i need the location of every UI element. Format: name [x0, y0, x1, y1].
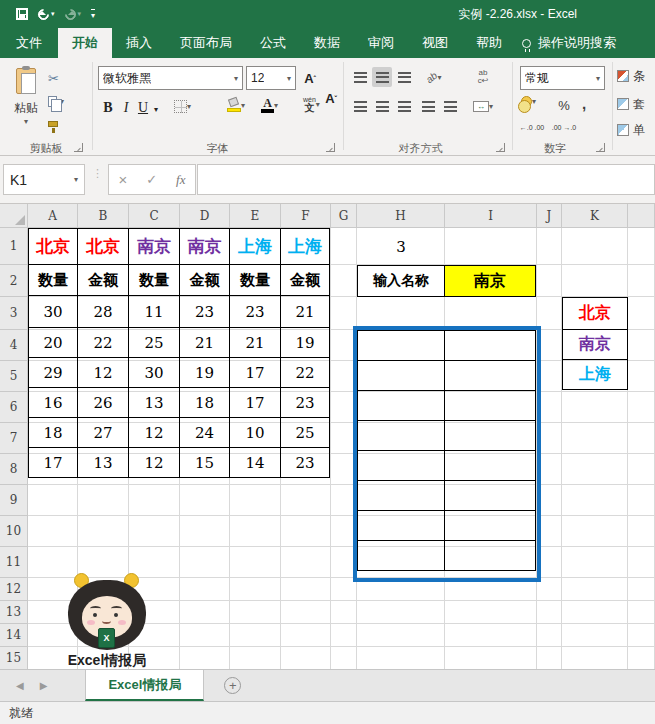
cell-data-r7c3[interactable]: 12 [129, 418, 180, 448]
cell-H1[interactable]: 3 [357, 228, 445, 265]
cell-data-r5c4[interactable]: 19 [180, 358, 230, 388]
cell-I6[interactable] [445, 391, 536, 421]
formula-input[interactable] [197, 164, 655, 195]
phonetic-guide-button[interactable]: wén文▾ [303, 96, 320, 113]
tell-me-search[interactable]: 操作说明搜索 [522, 28, 616, 58]
cell-data-r4c1[interactable]: 20 [29, 328, 78, 358]
cell-data-r5c2[interactable]: 12 [78, 358, 129, 388]
cell-data-r8c5[interactable]: 14 [230, 448, 281, 478]
row-header-4[interactable]: 4 [0, 330, 28, 361]
column-header-partial[interactable] [628, 204, 655, 228]
tab-help[interactable]: 帮助 [462, 28, 516, 58]
row-header-5[interactable]: 5 [0, 361, 28, 392]
cell-H7[interactable] [358, 421, 445, 451]
column-header-J[interactable]: J [537, 204, 562, 228]
row-header-12[interactable]: 12 [0, 578, 28, 601]
cell-data-r3c5[interactable]: 23 [230, 296, 281, 328]
column-header-I[interactable]: I [445, 204, 537, 228]
cell-data-r7c5[interactable]: 10 [230, 418, 281, 448]
cell-data-r6c4[interactable]: 18 [180, 388, 230, 418]
cell-label-row2-col3[interactable]: 数量 [129, 265, 180, 296]
sheet-tab-active[interactable]: Excel情报局 [85, 670, 204, 701]
cell-label-row2-col2[interactable]: 金额 [78, 265, 129, 296]
cell-data-r3c2[interactable]: 28 [78, 296, 129, 328]
cell-data-r8c1[interactable]: 17 [29, 448, 78, 478]
italic-button[interactable]: I [119, 98, 133, 118]
column-header-A[interactable]: A [28, 204, 78, 228]
cell-K4-legend[interactable]: 南京 [563, 330, 628, 360]
row-header-14[interactable]: 14 [0, 624, 28, 647]
copy-button[interactable]: ▾ [48, 91, 82, 111]
cell-city-row1-col3[interactable]: 南京 [129, 229, 180, 265]
cell-data-r4c3[interactable]: 25 [129, 328, 180, 358]
underline-button[interactable]: U [136, 98, 150, 118]
cell-I10[interactable] [445, 511, 536, 541]
accounting-format-button[interactable]: ▾ [521, 96, 536, 107]
increase-indent-button[interactable] [440, 96, 460, 116]
cell-K5-legend[interactable]: 上海 [563, 360, 628, 390]
column-header-C[interactable]: C [129, 204, 180, 228]
font-size-combobox[interactable]: 12▾ [246, 66, 296, 90]
cell-I7[interactable] [445, 421, 536, 451]
percent-style-button[interactable]: % [556, 96, 572, 114]
align-top-button[interactable] [350, 67, 370, 87]
formula-bar-grip[interactable]: ⋮ [92, 170, 103, 176]
column-header-K[interactable]: K [562, 204, 628, 228]
orientation-button[interactable]: ab▾ [420, 67, 448, 87]
tab-home[interactable]: 开始 [58, 28, 112, 58]
cell-data-r6c1[interactable]: 16 [29, 388, 78, 418]
row-header-7[interactable]: 7 [0, 423, 28, 454]
cell-I8[interactable] [445, 451, 536, 481]
undo-button[interactable]: ▾ [38, 9, 55, 20]
cell-data-r4c2[interactable]: 22 [78, 328, 129, 358]
cell-data-r6c6[interactable]: 23 [281, 388, 330, 418]
tab-insert[interactable]: 插入 [112, 28, 166, 58]
row-header-11[interactable]: 11 [0, 547, 28, 578]
cell-H6[interactable] [358, 391, 445, 421]
cell-H5[interactable] [358, 361, 445, 391]
cell-styles-button[interactable]: 单 [617, 122, 655, 138]
tab-view[interactable]: 视图 [408, 28, 462, 58]
cell-H10[interactable] [358, 511, 445, 541]
enter-icon[interactable]: ✓ [146, 172, 157, 187]
cell-data-r6c3[interactable]: 13 [129, 388, 180, 418]
cell-data-r8c3[interactable]: 12 [129, 448, 180, 478]
font-dialog-launcher[interactable] [326, 143, 335, 152]
increase-font-size-button[interactable]: Aˆ [301, 68, 319, 88]
tab-data[interactable]: 数据 [300, 28, 354, 58]
cell-I9[interactable] [445, 481, 536, 511]
insert-function-icon[interactable]: fx [176, 172, 185, 188]
cell-I2-input-value[interactable]: 南京 [445, 266, 536, 297]
cell-data-r5c3[interactable]: 30 [129, 358, 180, 388]
cell-label-row2-col4[interactable]: 金额 [180, 265, 230, 296]
font-color-button[interactable]: A▾ [261, 98, 278, 113]
column-header-D[interactable]: D [180, 204, 230, 228]
cut-button[interactable]: ✂ [48, 68, 82, 88]
row-header-3[interactable]: 3 [0, 297, 28, 330]
borders-button[interactable]: ▾ [174, 100, 191, 113]
cell-data-r8c2[interactable]: 13 [78, 448, 129, 478]
alignment-dialog-launcher[interactable] [496, 143, 505, 152]
cell-label-row2-col6[interactable]: 金额 [281, 265, 330, 296]
cell-city-row1-col4[interactable]: 南京 [180, 229, 230, 265]
column-header-B[interactable]: B [78, 204, 129, 228]
align-left-button[interactable] [350, 96, 370, 116]
cell-city-row1-col2[interactable]: 北京 [78, 229, 129, 265]
decrease-indent-button[interactable] [418, 96, 438, 116]
tab-page-layout[interactable]: 页面布局 [166, 28, 246, 58]
cell-data-r8c6[interactable]: 23 [281, 448, 330, 478]
cell-data-r5c1[interactable]: 29 [29, 358, 78, 388]
cell-H11[interactable] [358, 541, 445, 571]
cell-I11[interactable] [445, 541, 536, 571]
format-painter-button[interactable] [48, 114, 82, 134]
cell-data-r7c6[interactable]: 25 [281, 418, 330, 448]
cell-data-r8c4[interactable]: 15 [180, 448, 230, 478]
fill-color-button[interactable]: ▾ [227, 98, 245, 112]
save-button[interactable] [16, 8, 28, 20]
tab-formulas[interactable]: 公式 [246, 28, 300, 58]
underline-caret-icon[interactable]: ▾ [151, 100, 161, 118]
name-box[interactable]: K1 ▾ [3, 164, 85, 195]
increase-decimal-button[interactable]: ←.0 .00 [518, 120, 546, 136]
customize-qat-button[interactable]: ▾ [91, 9, 95, 20]
column-header-G[interactable]: G [331, 204, 357, 228]
